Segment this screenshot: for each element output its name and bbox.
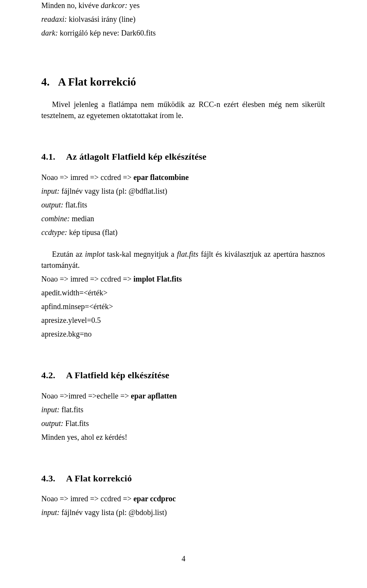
task-name: implot <box>85 250 104 258</box>
s43-line-2: input: fájlnév vagy lista (pl: @bdobj.li… <box>41 507 325 518</box>
heading-number: 4. <box>41 76 50 88</box>
param-name: output: <box>41 419 63 428</box>
param-name: readaxi: <box>41 15 67 23</box>
s43-line-1: Noao => imred => ccdred => epar ccdproc <box>41 493 325 504</box>
page-number: 4 <box>0 553 367 564</box>
text: kép típusa (flat) <box>67 228 118 236</box>
s41-line-3: output: flat.fits <box>41 199 325 211</box>
param-name: input: <box>41 405 60 414</box>
text: Flat.fits <box>63 419 89 428</box>
s41-line-5: ccdtype: kép típusa (flat) <box>41 227 325 238</box>
text: Noao => imred => ccdred => <box>41 494 133 503</box>
s42-line-3: output: Flat.fits <box>41 418 325 429</box>
s41-line-6: Noao => imred => ccdred => implot Flat.f… <box>41 274 325 285</box>
text: median <box>70 214 94 223</box>
text: flat.fits <box>63 201 87 209</box>
text: yes <box>128 1 140 10</box>
s41-line-9: apresize.ylevel=0.5 <box>41 315 325 326</box>
s41-line-2: input: fájlnév vagy lista (pl: @bdflat.l… <box>41 186 325 197</box>
command-name: epar flatcombine <box>133 173 189 181</box>
text: apresize.bkg=no <box>41 330 92 338</box>
command-name: epar apflatten <box>131 392 177 400</box>
s41-line-1: Noao => imred => ccdred => epar flatcomb… <box>41 172 325 183</box>
text: apedit.width=<érték> <box>41 288 107 297</box>
heading-section-4-3: 4.3.A Flat korrekció <box>41 472 325 485</box>
text: kiolvasási irány (line) <box>67 15 135 23</box>
text: flat.fits <box>60 405 83 414</box>
s42-line-2: input: flat.fits <box>41 404 325 415</box>
param-name: input: <box>41 508 60 517</box>
s41-paragraph-2: Ezután az implot task-kal megnyitjuk a f… <box>41 249 325 271</box>
s41-line-4: combine: median <box>41 213 325 224</box>
command-name: epar ccdproc <box>133 494 176 503</box>
text: fájlnév vagy lista (pl: @bdflat.list) <box>60 187 167 195</box>
text: fájlnév vagy lista (pl: @bdobj.list) <box>60 508 167 517</box>
param-name: dark: <box>41 29 58 37</box>
param-name: ccdtype: <box>41 228 67 236</box>
heading-section-4-1: 4.1.Az átlagolt Flatfield kép elkészítés… <box>41 150 325 164</box>
param-name: darkcor: <box>101 1 128 10</box>
s41-line-8: apfind.minsep=<érték> <box>41 301 325 312</box>
s42-line-1: Noao =>imred =>echelle => epar apflatten <box>41 390 325 402</box>
heading-section-4: 4.A Flat korrekció <box>41 74 325 90</box>
text: apresize.ylevel=0.5 <box>41 316 101 324</box>
text: korrigáló kép neve: Dark60.fits <box>58 29 156 37</box>
intro-line-3: dark: korrigáló kép neve: Dark60.fits <box>41 28 325 39</box>
text: Ezután az <box>52 250 85 258</box>
param-name: input: <box>41 187 60 195</box>
page-content: Minden no, kivéve darkcor: yes readaxi: … <box>0 0 367 518</box>
s42-line-4: Minden yes, ahol ez kérdés! <box>41 432 325 443</box>
command-name: implot Flat.fits <box>133 275 182 283</box>
file-name: flat.fits <box>177 250 198 258</box>
intro-line-2: readaxi: kiolvasási irány (line) <box>41 14 325 25</box>
heading-number: 4.3. <box>41 473 55 483</box>
text: Noao => imred => ccdred => <box>41 275 133 283</box>
param-name: output: <box>41 201 63 209</box>
s4-paragraph: Mivel jelenleg a flatlámpa nem működik a… <box>41 99 325 121</box>
text: Noao =>imred =>echelle => <box>41 392 131 400</box>
heading-title: A Flat korrekció <box>66 473 132 483</box>
param-name: combine: <box>41 214 70 223</box>
heading-title: A Flat korrekció <box>58 76 136 88</box>
text: Minden no, kivéve <box>41 1 101 10</box>
heading-number: 4.1. <box>41 152 55 162</box>
heading-number: 4.2. <box>41 370 55 380</box>
text: task-kal megnyitjuk a <box>104 250 177 258</box>
heading-section-4-2: 4.2.A Flatfield kép elkészítése <box>41 369 325 382</box>
text: Minden yes, ahol ez kérdés! <box>41 433 127 441</box>
intro-line-1: Minden no, kivéve darkcor: yes <box>41 0 325 11</box>
heading-title: A Flatfield kép elkészítése <box>66 370 169 380</box>
text: Mivel jelenleg a flatlámpa nem működik a… <box>41 100 325 120</box>
s41-line-10: apresize.bkg=no <box>41 329 325 340</box>
text: Noao => imred => ccdred => <box>41 173 133 181</box>
text: apfind.minsep=<érték> <box>41 302 113 311</box>
heading-title: Az átlagolt Flatfield kép elkészítése <box>66 152 206 162</box>
s41-line-7: apedit.width=<érték> <box>41 287 325 298</box>
